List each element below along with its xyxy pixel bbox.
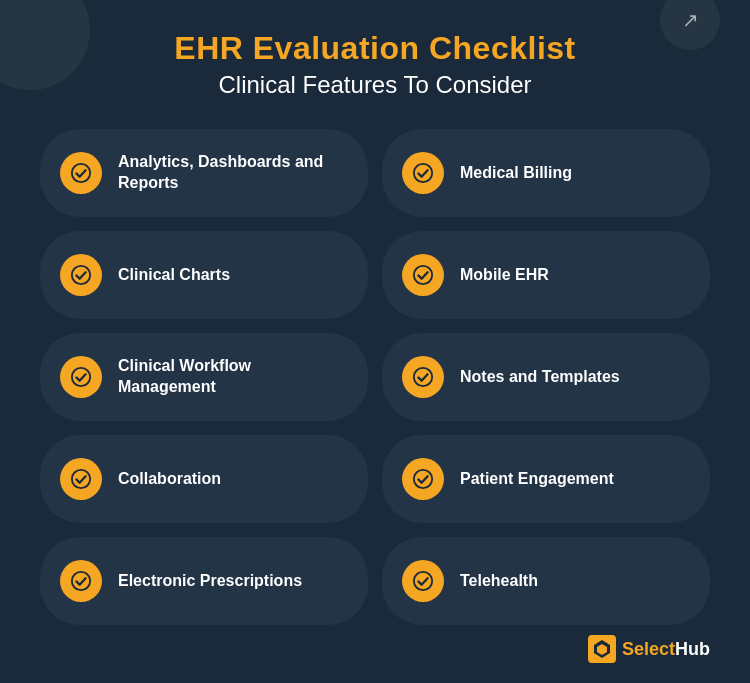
feature-card-left: Clinical Charts bbox=[40, 231, 368, 319]
feature-card-left: Electronic Prescriptions bbox=[40, 537, 368, 625]
check-icon bbox=[60, 458, 102, 500]
feature-label: Electronic Prescriptions bbox=[118, 571, 302, 592]
feature-card-left: Clinical Workflow Management bbox=[40, 333, 368, 421]
check-icon bbox=[60, 356, 102, 398]
feature-card-left: Collaboration bbox=[40, 435, 368, 523]
check-icon bbox=[402, 254, 444, 296]
check-icon bbox=[402, 560, 444, 602]
feature-card-right: Telehealth bbox=[382, 537, 710, 625]
page-title-sub: Clinical Features To Consider bbox=[40, 71, 710, 99]
feature-label: Telehealth bbox=[460, 571, 538, 592]
svg-point-6 bbox=[72, 470, 90, 488]
svg-point-7 bbox=[414, 470, 432, 488]
feature-label: Collaboration bbox=[118, 469, 221, 490]
svg-point-0 bbox=[72, 164, 90, 182]
feature-card-left: Analytics, Dashboards and Reports bbox=[40, 129, 368, 217]
svg-point-9 bbox=[414, 572, 432, 590]
svg-point-2 bbox=[72, 266, 90, 284]
check-icon bbox=[402, 458, 444, 500]
check-icon bbox=[402, 356, 444, 398]
feature-label: Medical Billing bbox=[460, 163, 572, 184]
feature-label: Notes and Templates bbox=[460, 367, 620, 388]
check-icon bbox=[60, 560, 102, 602]
feature-card-right: Mobile EHR bbox=[382, 231, 710, 319]
feature-label: Analytics, Dashboards and Reports bbox=[118, 152, 348, 194]
features-grid: Analytics, Dashboards and Reports Medica… bbox=[40, 129, 710, 625]
svg-point-3 bbox=[414, 266, 432, 284]
check-icon bbox=[60, 254, 102, 296]
svg-point-1 bbox=[414, 164, 432, 182]
feature-card-right: Medical Billing bbox=[382, 129, 710, 217]
main-container: EHR Evaluation Checklist Clinical Featur… bbox=[0, 0, 750, 683]
brand-hub: Hub bbox=[675, 639, 710, 659]
page-title-main: EHR Evaluation Checklist bbox=[40, 30, 710, 67]
feature-card-right: Notes and Templates bbox=[382, 333, 710, 421]
feature-label: Clinical Workflow Management bbox=[118, 356, 348, 398]
svg-point-8 bbox=[72, 572, 90, 590]
feature-label: Mobile EHR bbox=[460, 265, 549, 286]
footer: SelectHub bbox=[40, 625, 710, 663]
svg-point-4 bbox=[72, 368, 90, 386]
brand-name: SelectHub bbox=[622, 639, 710, 660]
feature-label: Patient Engagement bbox=[460, 469, 614, 490]
share-icon: ↗ bbox=[682, 8, 699, 32]
feature-card-right: Patient Engagement bbox=[382, 435, 710, 523]
feature-label: Clinical Charts bbox=[118, 265, 230, 286]
selecthub-icon bbox=[588, 635, 616, 663]
check-icon bbox=[60, 152, 102, 194]
brand-select: Select bbox=[622, 639, 675, 659]
header: EHR Evaluation Checklist Clinical Featur… bbox=[40, 30, 710, 99]
brand-logo: SelectHub bbox=[588, 635, 710, 663]
svg-point-5 bbox=[414, 368, 432, 386]
check-icon bbox=[402, 152, 444, 194]
